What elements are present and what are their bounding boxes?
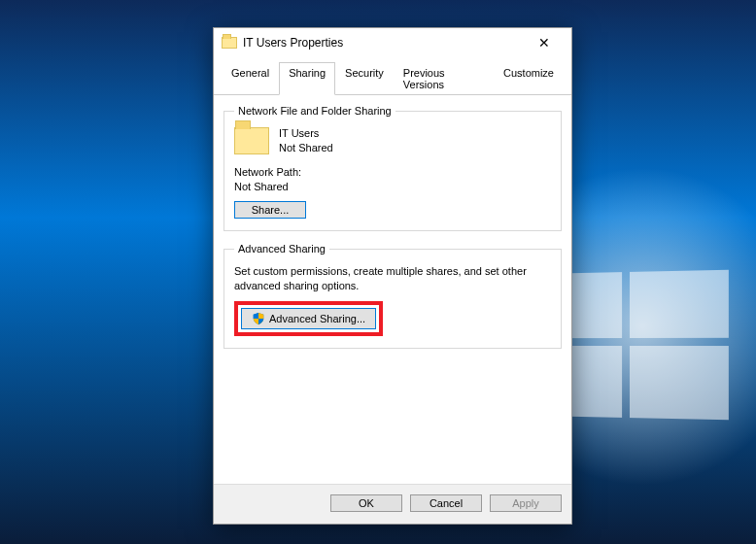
tab-content: Network File and Folder Sharing IT Users… [214, 95, 571, 484]
folder-icon [234, 127, 269, 154]
advanced-sharing-group: Advanced Sharing Set custom permissions,… [223, 243, 562, 349]
tab-strip: General Sharing Security Previous Versio… [214, 57, 571, 95]
advanced-sharing-description: Set custom permissions, create multiple … [234, 264, 551, 293]
tab-sharing[interactable]: Sharing [279, 62, 335, 95]
ok-button[interactable]: OK [330, 494, 402, 512]
highlight-annotation: Advanced Sharing... [234, 301, 383, 336]
advanced-sharing-legend: Advanced Sharing [234, 243, 329, 255]
tab-previous-versions[interactable]: Previous Versions [394, 62, 494, 95]
network-path-value: Not Shared [234, 180, 551, 194]
advanced-sharing-button-label: Advanced Sharing... [269, 313, 365, 324]
tab-security[interactable]: Security [335, 62, 394, 95]
close-button[interactable]: ✕ [523, 29, 566, 56]
titlebar[interactable]: IT Users Properties ✕ [214, 28, 571, 57]
network-sharing-group: Network File and Folder Sharing IT Users… [223, 105, 562, 231]
properties-dialog: IT Users Properties ✕ General Sharing Se… [213, 27, 572, 525]
folder-icon [222, 37, 237, 49]
tab-customize[interactable]: Customize [494, 62, 564, 95]
window-title: IT Users Properties [243, 36, 523, 50]
dialog-button-row: OK Cancel Apply [214, 484, 571, 524]
share-button[interactable]: Share... [234, 201, 306, 219]
share-folder-name: IT Users [279, 126, 333, 141]
network-path-label: Network Path: [234, 165, 551, 180]
shield-icon [252, 312, 265, 325]
tab-general[interactable]: General [222, 62, 279, 95]
share-status: Not Shared [279, 141, 333, 155]
network-sharing-legend: Network File and Folder Sharing [234, 105, 395, 117]
cancel-button[interactable]: Cancel [410, 494, 482, 512]
close-icon: ✕ [538, 35, 550, 51]
advanced-sharing-button[interactable]: Advanced Sharing... [241, 308, 376, 329]
desktop-wallpaper: IT Users Properties ✕ General Sharing Se… [0, 0, 756, 544]
apply-button[interactable]: Apply [490, 494, 562, 512]
